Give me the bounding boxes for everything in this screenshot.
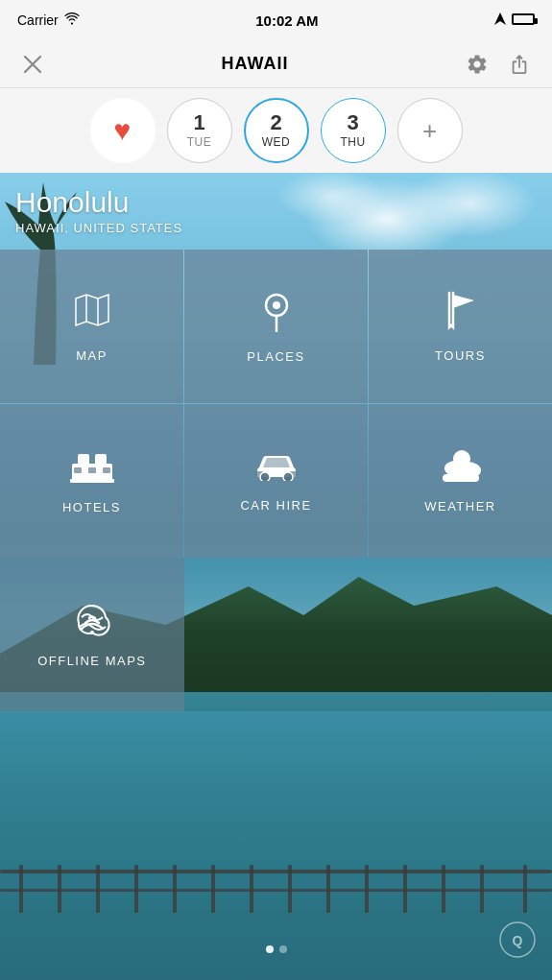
svg-rect-23 [88, 467, 96, 473]
carhire-label: CAR HIRE [240, 498, 311, 513]
svg-rect-9 [288, 865, 292, 913]
status-time: 10:02 AM [255, 12, 318, 29]
tours-tile[interactable]: TOURS [369, 250, 552, 403]
svg-rect-4 [96, 865, 100, 913]
svg-rect-13 [442, 865, 445, 913]
svg-rect-11 [365, 865, 369, 913]
hotels-icon [70, 448, 114, 489]
day-2-num: 2 [270, 112, 281, 133]
tours-label: TOURS [435, 348, 486, 363]
add-icon: + [422, 116, 437, 146]
day-3-button[interactable]: 3 THU [321, 98, 386, 163]
places-tile[interactable]: PLACES [184, 250, 368, 403]
svg-rect-5 [134, 865, 138, 913]
day-1-num: 1 [193, 112, 204, 133]
weather-icon [439, 449, 483, 488]
carrier-label: Carrier [17, 12, 59, 28]
map-tile[interactable]: MAP [0, 250, 183, 403]
svg-rect-3 [58, 865, 61, 913]
svg-rect-8 [250, 865, 253, 913]
offline-maps-icon [72, 602, 112, 642]
status-bar: Carrier 10:02 AM [0, 0, 552, 40]
map-icon [72, 291, 112, 337]
tours-icon [444, 291, 478, 337]
water-layer [0, 692, 552, 980]
page-title: HAWAII [221, 54, 288, 74]
map-label: MAP [76, 348, 108, 363]
svg-rect-32 [443, 474, 479, 482]
places-icon [258, 290, 295, 338]
svg-rect-7 [211, 865, 215, 913]
offline-maps-label: OFFLINE MAPS [37, 654, 146, 668]
location-icon [494, 12, 506, 29]
share-button[interactable] [502, 47, 537, 82]
svg-rect-21 [70, 479, 114, 483]
svg-point-28 [283, 472, 293, 481]
city-region: HAWAII, UNITED STATES [15, 221, 182, 235]
page-indicator [266, 945, 287, 953]
carhire-icon [253, 450, 300, 487]
status-left: Carrier [17, 12, 80, 28]
svg-rect-15 [523, 865, 527, 913]
main-content: Honolulu HAWAII, UNITED STATES MAP [0, 173, 552, 980]
day-selector: ♥ 1 TUE 2 WED 3 THU + [0, 88, 552, 173]
svg-rect-10 [326, 865, 330, 913]
svg-rect-0 [0, 870, 552, 873]
battery-icon [512, 12, 535, 28]
hotels-label: HOTELS [62, 500, 121, 514]
offline-maps-tile[interactable]: OFFLINE MAPS [0, 558, 184, 711]
tiles-grid: MAP PLACES TOURS [0, 250, 552, 558]
svg-rect-19 [78, 454, 89, 466]
add-day-button[interactable]: + [397, 98, 463, 163]
places-label: PLACES [247, 349, 304, 364]
railing [0, 855, 552, 913]
day-1-label: TUE [187, 135, 212, 149]
wifi-icon [64, 12, 80, 28]
weather-tile[interactable]: WEATHER [369, 404, 552, 558]
svg-rect-20 [95, 454, 107, 466]
svg-rect-22 [74, 467, 82, 473]
settings-button[interactable] [460, 47, 494, 82]
day-1-button[interactable]: 1 TUE [167, 98, 232, 163]
day-2-button[interactable]: 2 WED [244, 98, 309, 163]
header: HAWAII [0, 40, 552, 88]
svg-rect-1 [0, 889, 552, 892]
status-right [494, 12, 535, 29]
svg-point-27 [260, 472, 270, 481]
day-3-label: THU [340, 135, 365, 149]
svg-text:Q: Q [513, 933, 523, 948]
svg-rect-2 [19, 865, 23, 913]
city-label: Honolulu HAWAII, UNITED STATES [15, 186, 182, 235]
weather-label: WEATHER [424, 499, 496, 514]
page-dot-active [266, 945, 274, 953]
day-3-num: 3 [347, 112, 358, 133]
svg-rect-6 [173, 865, 177, 913]
svg-point-33 [90, 631, 94, 634]
carhire-tile[interactable]: CAR HIRE [184, 404, 368, 558]
page-dot-inactive [279, 945, 287, 953]
svg-point-17 [273, 301, 280, 309]
favorites-button[interactable]: ♥ [90, 98, 156, 163]
close-button[interactable] [15, 47, 50, 82]
heart-icon: ♥ [114, 114, 132, 147]
day-2-label: WED [262, 135, 291, 149]
svg-rect-24 [103, 467, 110, 473]
hotels-tile[interactable]: HOTELS [0, 404, 183, 558]
city-name: Honolulu [15, 186, 182, 219]
watermark: Q [498, 920, 537, 965]
svg-rect-12 [403, 865, 407, 913]
svg-rect-14 [480, 865, 484, 913]
